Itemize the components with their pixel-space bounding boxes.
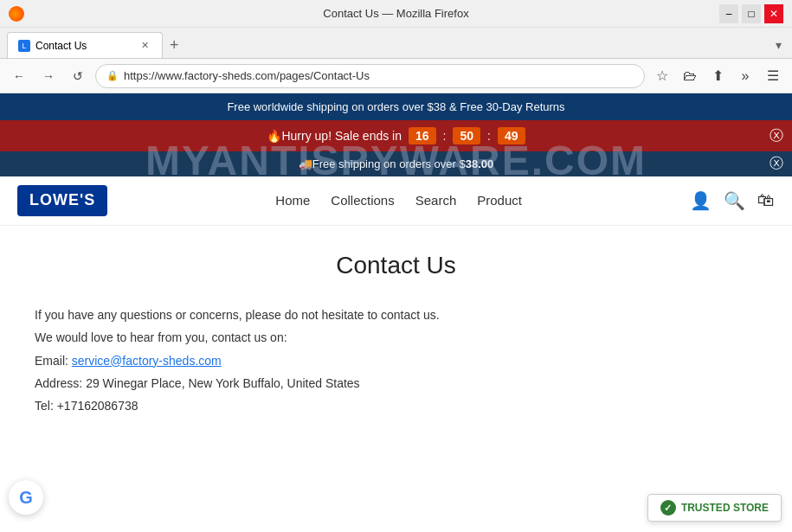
tab-favicon: L — [18, 40, 30, 52]
nav-icons: 👤 🔍 🛍 — [690, 190, 775, 211]
account-icon[interactable]: 👤 — [690, 190, 712, 211]
browser-title-bar: Contact Us — Mozilla Firefox – □ ✕ — [0, 0, 792, 28]
timer-minutes: 50 — [453, 127, 480, 144]
tab-list-button[interactable]: ▾ — [772, 32, 785, 58]
browser-title: Contact Us — Mozilla Firefox — [323, 7, 468, 20]
sale-banner: 🔥Hurry up! Sale ends in 16 : 50 : 49 ⓧ — [0, 120, 792, 151]
url-bar[interactable]: 🔒 https://www.factory-sheds.com/pages/Co… — [95, 64, 645, 88]
nav-collections[interactable]: Collections — [331, 193, 394, 208]
trusted-store-badge: ✓ TRUSTED STORE — [647, 494, 782, 522]
timer-sep1: : — [443, 129, 447, 143]
pocket-button[interactable]: 🗁 — [678, 64, 702, 88]
logo-text: LOWE'S — [29, 192, 95, 209]
bookmark-button[interactable]: ☆ — [650, 64, 674, 88]
trusted-label: TRUSTED STORE — [681, 502, 769, 514]
contact-info: If you have any questions or concerns, p… — [35, 305, 757, 416]
nav-links: Home Collections Search Product — [275, 193, 522, 208]
tel-line: Tel: +17162086738 — [35, 396, 757, 415]
minimize-button[interactable]: – — [719, 4, 738, 23]
site-logo: LOWE'S — [17, 185, 107, 216]
tel-label: Tel: — [35, 399, 57, 413]
nav-home[interactable]: Home — [275, 193, 310, 208]
page-content: Contact Us If you have any questions or … — [0, 226, 792, 445]
hurry-text: 🔥Hurry up! Sale ends in — [267, 129, 402, 143]
intro-line2: We would love to hear from you, contact … — [35, 328, 757, 347]
email-line: Email: service@factory-sheds.com — [35, 351, 757, 370]
window-controls: – □ ✕ — [719, 4, 783, 23]
back-button[interactable]: ← — [7, 64, 31, 88]
address-label: Address: — [35, 376, 86, 390]
shipping-prefix: 🚚Free shipping on orders over $ — [299, 157, 466, 170]
address-value: 29 Winegar Place, New York Buffalo, Unit… — [86, 376, 359, 390]
share-button[interactable]: ⬆ — [705, 64, 730, 88]
timer-seconds: 49 — [498, 127, 525, 144]
new-tab-button[interactable]: + — [163, 32, 186, 58]
toolbar-icons: ☆ 🗁 ⬆ » ☰ — [650, 64, 785, 88]
intro-line1: If you have any questions or concerns, p… — [35, 305, 757, 324]
active-tab[interactable]: L Contact Us ✕ — [7, 32, 163, 58]
shipping-amount: 38.00 — [466, 157, 494, 170]
firefox-icon — [9, 6, 24, 22]
forward-button[interactable]: → — [36, 64, 61, 88]
reload-button[interactable]: ↺ — [66, 64, 90, 88]
sale-banner-close[interactable]: ⓧ — [769, 127, 783, 145]
url-text: https://www.factory-sheds.com/pages/Cont… — [124, 69, 634, 82]
page-title: Contact Us — [35, 252, 757, 279]
nav-search[interactable]: Search — [415, 193, 457, 208]
address-line: Address: 29 Winegar Place, New York Buff… — [35, 374, 757, 393]
more-tools-button[interactable]: » — [733, 64, 757, 88]
trusted-check-icon: ✓ — [660, 500, 676, 516]
google-logo: G — [9, 480, 43, 515]
shipping-banner: 🚚Free shipping on orders over $ 38.00 ⓧ — [0, 151, 792, 176]
site-nav: LOWE'S Home Collections Search Product 👤… — [0, 176, 792, 226]
cart-icon[interactable]: 🛍 — [757, 190, 775, 210]
maximize-button[interactable]: □ — [742, 4, 761, 23]
logo-area: LOWE'S — [17, 185, 107, 216]
close-button[interactable]: ✕ — [764, 4, 783, 23]
free-shipping-banner: Free worldwide shipping on orders over $… — [0, 93, 792, 120]
tab-bar: L Contact Us ✕ + ▾ — [0, 28, 792, 59]
timer-sep2: : — [487, 129, 491, 143]
timer-hours: 16 — [409, 127, 436, 144]
google-g: G — [19, 488, 33, 508]
tab-label: Contact Us — [35, 40, 87, 52]
email-link[interactable]: service@factory-sheds.com — [72, 354, 222, 368]
nav-product[interactable]: Product — [477, 193, 522, 208]
free-shipping-text: Free worldwide shipping on orders over $… — [227, 100, 564, 113]
site-wrapper: Free worldwide shipping on orders over $… — [0, 93, 792, 532]
email-label: Email: — [35, 354, 72, 368]
tab-close-button[interactable]: ✕ — [138, 39, 151, 53]
shipping-banner-close[interactable]: ⓧ — [769, 155, 783, 173]
address-bar: ← → ↺ 🔒 https://www.factory-sheds.com/pa… — [0, 59, 792, 93]
secure-icon: 🔒 — [106, 70, 119, 81]
tel-value: +17162086738 — [57, 399, 138, 413]
menu-button[interactable]: ☰ — [761, 64, 785, 88]
search-icon[interactable]: 🔍 — [724, 190, 745, 211]
